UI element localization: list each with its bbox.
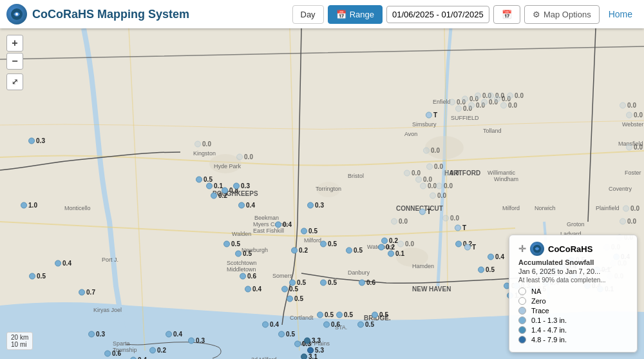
data-point[interactable]: 0.4 — [488, 253, 504, 260]
data-point[interactable]: 0.4 — [238, 202, 255, 209]
data-point[interactable]: 0.0 — [436, 182, 453, 189]
map-legend: ✛ CoCoRaHS Accumulated Snowfall Jan 6, 2… — [509, 235, 638, 353]
data-point[interactable]: 0.0 — [507, 92, 524, 99]
scale-mi: 10 mi — [11, 341, 28, 348]
legend-org-name: CoCoRaHS — [548, 244, 592, 254]
data-point[interactable]: 3.3 — [304, 337, 321, 344]
data-point[interactable]: 0.0 — [423, 147, 440, 154]
zoom-in-button[interactable]: + — [6, 35, 23, 52]
map-options-button[interactable]: ⚙ Map Options — [524, 5, 600, 24]
data-point[interactable]: 0.0 — [500, 102, 517, 109]
legend-item: 1.4 - 4.7 in. — [518, 326, 628, 334]
data-point[interactable]: 0.5 — [235, 250, 252, 257]
range-label: Range — [350, 10, 374, 19]
data-point[interactable]: 0.5 — [287, 295, 303, 302]
data-point[interactable]: 0.4 — [130, 356, 147, 360]
date-range-input[interactable] — [386, 6, 489, 23]
zoom-out-button[interactable]: − — [6, 53, 23, 70]
header-controls: Day 📅 Range 📅 ⚙ Map Options Home — [292, 5, 638, 24]
data-point[interactable]: 0.0 — [620, 218, 636, 225]
legend-subtitle: Accumulated Snowfall — [518, 258, 628, 266]
legend-dot — [518, 307, 526, 315]
data-point[interactable]: 0.0 — [397, 240, 414, 247]
data-point[interactable]: 0.0 — [442, 170, 459, 177]
data-point[interactable]: 0.3 — [233, 182, 250, 189]
data-point[interactable]: 0.6 — [104, 350, 121, 357]
data-point[interactable]: 0.5 — [336, 311, 353, 318]
legend-item: Trace — [518, 307, 628, 315]
data-point[interactable]: 0.0 — [426, 163, 443, 170]
data-point[interactable]: 0.5 — [357, 321, 374, 328]
data-point[interactable]: 0.5 — [346, 247, 363, 254]
data-point[interactable]: 3.1 — [301, 353, 317, 360]
svg-point-1 — [15, 13, 18, 15]
data-point[interactable]: 0.5 — [223, 240, 240, 247]
data-point[interactable]: 0.2 — [149, 347, 166, 354]
data-point[interactable]: 0.5 — [289, 279, 306, 286]
data-point[interactable]: 0.5 — [478, 266, 495, 273]
data-point[interactable]: 0.4 — [245, 286, 261, 293]
legend-dot — [518, 316, 526, 324]
data-point[interactable]: 0.3 — [88, 331, 105, 338]
data-point[interactable]: 0.1 — [206, 182, 223, 189]
legend-logo — [530, 242, 544, 256]
legend-items: NAZeroTrace0.1 - 1.3 in.1.4 - 4.7 in.4.8… — [518, 287, 628, 344]
data-point[interactable]: 0.2 — [291, 247, 308, 254]
logo-area: CoCoRaHS Mapping System — [6, 4, 292, 24]
app-title: CoCoRaHS Mapping System — [32, 8, 189, 21]
range-button[interactable]: 📅 Range — [328, 5, 383, 24]
home-button[interactable]: Home — [603, 5, 638, 23]
data-point[interactable]: 0.5 — [281, 286, 298, 293]
app-logo — [6, 4, 27, 24]
data-point[interactable]: 0.0 — [236, 153, 253, 160]
data-point[interactable]: 0.5 — [29, 273, 46, 280]
calendar-button[interactable]: 📅 — [493, 5, 520, 24]
data-point[interactable]: 0.2 — [381, 237, 398, 244]
data-point[interactable]: 0.0 — [430, 192, 446, 199]
data-point[interactable]: 0.0 — [420, 182, 437, 189]
data-point[interactable]: 0.1 — [388, 250, 404, 257]
legend-item-label: Trace — [531, 307, 549, 315]
data-point[interactable]: 0.5 — [320, 279, 337, 286]
data-point[interactable]: 0.4 — [275, 221, 292, 228]
data-point[interactable]: 0.7 — [79, 289, 95, 296]
data-point[interactable]: 0.0 — [626, 144, 643, 151]
data-point[interactable]: 0.5 — [301, 228, 317, 235]
calendar-icon: 📅 — [502, 10, 512, 19]
data-point[interactable]: T — [464, 244, 476, 251]
legend-item-label: 1.4 - 4.7 in. — [531, 326, 567, 334]
svg-point-6 — [317, 182, 340, 197]
data-point[interactable]: 0.3 — [307, 202, 324, 209]
legend-item-label: 0.1 - 1.3 in. — [531, 316, 567, 324]
data-point[interactable]: 0.3 — [188, 337, 205, 344]
fullscreen-button[interactable]: ⤢ — [6, 73, 23, 90]
data-point[interactable]: T — [426, 112, 437, 119]
data-point[interactable]: 0.6 — [359, 279, 375, 286]
data-point[interactable]: 1.0 — [21, 202, 37, 209]
data-point[interactable]: T — [419, 208, 431, 215]
data-point[interactable]: 0.5 — [372, 311, 388, 318]
data-point[interactable]: 0.0 — [626, 112, 643, 119]
data-point[interactable]: T — [455, 224, 466, 231]
data-point[interactable]: 0.6 — [323, 321, 340, 328]
legend-dot — [518, 287, 526, 295]
data-point[interactable]: 0.6 — [240, 273, 256, 280]
data-point[interactable]: 0.5 — [320, 240, 337, 247]
app-header: CoCoRaHS Mapping System Day 📅 Range 📅 ⚙ … — [0, 0, 644, 28]
data-point[interactable]: 0.4 — [166, 331, 182, 338]
data-point[interactable]: 0.0 — [391, 218, 408, 225]
day-button[interactable]: Day — [292, 5, 324, 24]
data-point[interactable]: 0.4 — [262, 321, 279, 328]
legend-dot — [518, 326, 526, 334]
data-point[interactable]: 0.0 — [620, 102, 636, 109]
data-point[interactable]: 0.0 — [194, 141, 211, 148]
map-controls: + − ⤢ — [6, 35, 23, 90]
data-point[interactable]: 0.3 — [28, 137, 45, 144]
data-point[interactable]: 0.4 — [55, 260, 71, 267]
scale-km: 20 km — [11, 334, 28, 341]
data-point[interactable]: 0.5 — [278, 331, 295, 338]
data-point[interactable]: 0.0 — [623, 205, 639, 212]
data-point[interactable]: 0.0 — [442, 215, 459, 222]
data-point[interactable]: 0.5 — [317, 311, 334, 318]
legend-dot — [518, 336, 526, 344]
